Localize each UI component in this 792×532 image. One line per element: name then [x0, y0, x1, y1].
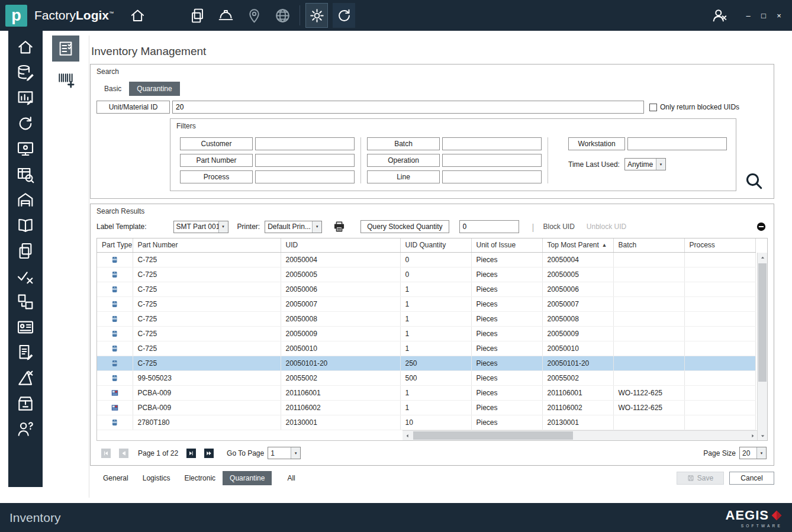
search-icon[interactable]	[745, 172, 763, 190]
category-tab-quarantine[interactable]: Quarantine	[223, 471, 272, 485]
scroll-up-icon[interactable]	[758, 253, 767, 262]
scroll-right-icon[interactable]	[748, 431, 757, 440]
category-tab-logistics[interactable]: Logistics	[136, 471, 178, 485]
unit-material-id-button[interactable]: Unit/Material ID	[96, 101, 170, 114]
inventory-list-tile[interactable]	[52, 36, 79, 62]
search-tab-basic[interactable]: Basic	[96, 82, 129, 96]
warehouse-icon[interactable]	[16, 191, 35, 209]
previous-page-button[interactable]	[119, 449, 128, 458]
line-filter-button[interactable]: Line	[367, 170, 440, 183]
table-row[interactable]: C-725200500040Pieces20050004	[97, 252, 755, 267]
customer-filter-button[interactable]: Customer	[180, 137, 253, 150]
table-row[interactable]: 99-50502320055002500Pieces20055002	[97, 370, 755, 385]
process-filter-button[interactable]: Process	[180, 170, 253, 183]
table-row[interactable]: C-725200500050Pieces20050005	[97, 267, 755, 282]
unblock-uid-button[interactable]: Unblock UID	[587, 223, 626, 231]
category-tab-general[interactable]: General	[96, 471, 136, 485]
stocked-quantity-input[interactable]	[459, 220, 519, 233]
copy-icon[interactable]	[16, 241, 35, 260]
last-page-button[interactable]	[204, 449, 214, 458]
design-check-icon[interactable]	[16, 369, 35, 388]
home-icon[interactable]	[129, 7, 146, 24]
table-row[interactable]: PCBA-0092011060011Pieces201106001WO-1122…	[97, 385, 755, 400]
table-row[interactable]: 2780T1802013000110Pieces20130001	[97, 415, 755, 430]
location-icon[interactable]	[246, 7, 263, 24]
batch-filter-input[interactable]	[442, 137, 542, 150]
process-filter-input[interactable]	[255, 170, 355, 183]
monitor-settings-icon[interactable]	[16, 140, 35, 159]
time-last-used-select[interactable]: Anytime ▼	[624, 158, 666, 170]
part-number-cell: 2780T180	[133, 415, 281, 430]
close-button[interactable]: ×	[773, 11, 785, 20]
operation-filter-input[interactable]	[442, 154, 542, 167]
documents-icon[interactable]	[189, 7, 206, 24]
column-header-top-most-parent[interactable]: Top Most Parent▲	[542, 238, 613, 252]
maximize-button[interactable]: □	[758, 11, 770, 20]
minimize-button[interactable]: –	[742, 11, 754, 20]
query-stocked-quantity-button[interactable]: Query Stocked Quantity	[360, 220, 449, 233]
page-size-select[interactable]: 20 ▼	[739, 447, 767, 459]
printer-icon[interactable]	[333, 220, 346, 233]
search-tab-quarantine[interactable]: Quarantine	[129, 82, 179, 96]
table-row[interactable]: C-725200500061Pieces20050006	[97, 282, 755, 296]
settings-tab[interactable]	[305, 3, 328, 28]
part-number-filter-button[interactable]: Part Number	[180, 154, 253, 167]
next-page-button[interactable]	[186, 449, 196, 458]
vertical-scroll-thumb[interactable]	[758, 263, 767, 382]
label-template-select[interactable]: SMT Part 001 ▼	[173, 221, 228, 233]
part-number-filter-input[interactable]	[255, 154, 355, 167]
go-to-page-select[interactable]: 1 ▼	[268, 447, 301, 459]
horizontal-scrollbar[interactable]	[403, 430, 757, 440]
workstation-filter-input[interactable]	[627, 137, 727, 150]
line-filter-input[interactable]	[442, 170, 542, 183]
quality-check-icon[interactable]	[16, 267, 35, 286]
history-tab[interactable]	[333, 3, 355, 28]
unit-material-id-input[interactable]	[172, 101, 644, 114]
table-search-icon[interactable]	[16, 165, 35, 184]
cancel-button[interactable]: Cancel	[729, 472, 774, 485]
barcode-add-tile[interactable]	[52, 66, 79, 92]
documentation-icon[interactable]	[16, 216, 35, 235]
category-tab-all[interactable]: All	[280, 471, 302, 485]
column-header-uid[interactable]: UID	[281, 238, 400, 252]
column-header-process[interactable]: Process	[684, 238, 755, 252]
scroll-left-icon[interactable]	[403, 431, 412, 440]
globe-icon[interactable]	[274, 7, 291, 24]
vertical-scrollbar[interactable]	[757, 253, 767, 440]
category-tab-electronic[interactable]: Electronic	[177, 471, 223, 485]
workstation-filter-button[interactable]: Workstation	[568, 137, 625, 150]
user-icon[interactable]	[710, 7, 728, 24]
home-icon[interactable]	[16, 38, 35, 57]
customer-filter-input[interactable]	[255, 137, 355, 150]
table-row[interactable]: PCBA-0092011060021Pieces201106002WO-1122…	[97, 400, 755, 415]
save-button[interactable]: Save	[677, 472, 724, 485]
id-card-icon[interactable]	[16, 318, 35, 337]
horizontal-scroll-thumb[interactable]	[413, 431, 573, 440]
table-row[interactable]: C-725200500071Pieces20050007	[97, 296, 755, 311]
only-blocked-checkbox[interactable]	[649, 104, 657, 111]
column-header-part-number[interactable]: Part Number	[133, 238, 281, 252]
table-row[interactable]: C-725200500091Pieces20050009	[97, 326, 755, 341]
table-row[interactable]: C-72520050101-20250Pieces20050101-20	[97, 356, 755, 370]
table-row[interactable]: C-725200500081Pieces20050008	[97, 311, 755, 326]
document-edit-icon[interactable]	[16, 343, 35, 362]
transfer-icon[interactable]	[16, 292, 35, 311]
operation-filter-button[interactable]: Operation	[367, 154, 440, 167]
database-edit-icon[interactable]	[16, 63, 35, 82]
scroll-down-icon[interactable]	[758, 431, 767, 440]
user-support-icon[interactable]	[16, 420, 35, 439]
factory-icon[interactable]	[217, 7, 234, 24]
planning-board-icon[interactable]	[16, 89, 35, 108]
block-uid-button[interactable]: Block UID	[543, 223, 575, 231]
first-page-button[interactable]	[101, 449, 111, 458]
batch-filter-button[interactable]: Batch	[367, 137, 440, 150]
package-icon[interactable]	[16, 394, 35, 413]
column-header-batch[interactable]: Batch	[613, 238, 684, 252]
column-header-part-type[interactable]: Part Type	[97, 238, 133, 252]
history-icon[interactable]	[16, 114, 35, 133]
printer-select[interactable]: Default Prin... ▼	[265, 221, 322, 233]
column-header-unit-of-issue[interactable]: Unit of Issue	[471, 238, 542, 252]
block-icon[interactable]	[756, 221, 767, 232]
column-header-uid-quantity[interactable]: UID Quantity	[400, 238, 471, 252]
table-row[interactable]: C-725200500101Pieces20050010	[97, 341, 755, 356]
